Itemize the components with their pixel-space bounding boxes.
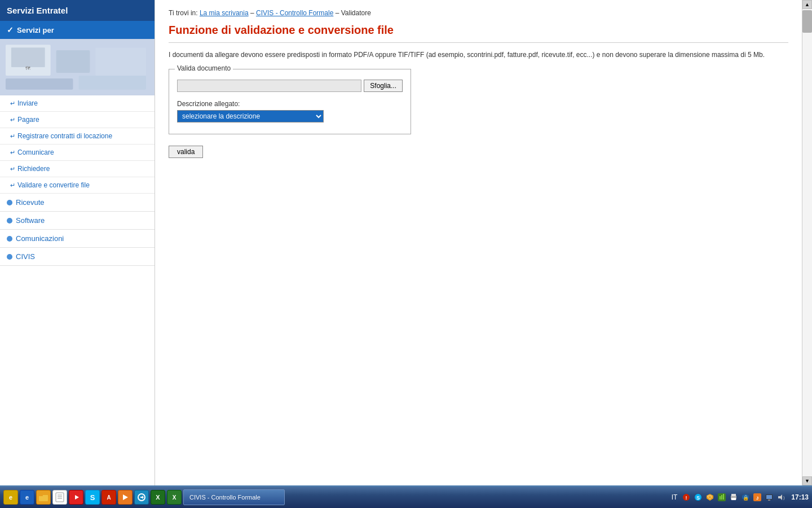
skype-icon[interactable]: S — [85, 490, 100, 505]
breadcrumb: Ti trovi in: La mia scrivania – CIVIS - … — [169, 9, 788, 17]
scrollbar-down-arrow[interactable]: ▼ — [802, 476, 812, 485]
tray-java-icon[interactable]: J — [752, 492, 762, 502]
dot-icon-software — [7, 218, 12, 224]
ie-browser-icon[interactable]: e — [20, 490, 34, 505]
svg-text:🗺: 🗺 — [25, 65, 30, 71]
orange-app-icon[interactable] — [118, 490, 133, 505]
scrollbar-up-arrow[interactable]: ▲ — [802, 0, 812, 9]
tray-volume-icon[interactable]: ) — [776, 492, 786, 502]
svg-rect-46 — [731, 498, 736, 500]
folder-icon[interactable] — [36, 490, 51, 505]
title-divider — [169, 42, 788, 43]
sidebar-item-civis[interactable]: CIVIS — [0, 248, 155, 266]
taskbar-lang: IT — [672, 493, 678, 501]
blue-arrow-icon[interactable] — [134, 490, 149, 505]
svg-text:S: S — [696, 495, 700, 501]
breadcrumb-link-civis[interactable]: CIVIS - Controllo Formale — [256, 9, 333, 17]
tray-shield-icon[interactable]: 🛡 — [705, 492, 715, 502]
valida-box-legend: Valida documento — [175, 64, 233, 72]
sidebar-item-inviare[interactable]: ↵ Inviare — [0, 95, 155, 112]
sidebar: Servizi Entratel ✓ Servizi per 🗺 ↵ — [0, 0, 155, 485]
svg-rect-45 — [731, 494, 736, 496]
sidebar-header: Servizi Entratel — [0, 0, 155, 21]
svg-text:e: e — [9, 494, 12, 501]
breadcrumb-link-scrivania[interactable]: La mia scrivania — [200, 9, 249, 17]
breadcrumb-prefix: Ti trovi in: — [169, 9, 198, 17]
tray-network-icon[interactable] — [717, 492, 727, 502]
sidebar-item-comunicare[interactable]: ↵ Comunicare — [0, 144, 155, 161]
taskbar-time: 17:13 — [791, 493, 809, 501]
dot-icon-civis — [7, 254, 12, 260]
sfoglia-button[interactable]: Sfoglia... — [364, 80, 403, 92]
svg-rect-43 — [723, 494, 724, 500]
svg-marker-54 — [778, 494, 782, 500]
taskbar-tray: IT ! S 🛡 🔒 J ) — [672, 492, 787, 502]
tray-security-icon[interactable]: 🔒 — [740, 492, 751, 502]
sidebar-item-comunicazioni-label: Comunicazioni — [16, 234, 64, 243]
tray-print-icon[interactable] — [729, 492, 739, 502]
svg-text:🔒: 🔒 — [743, 494, 749, 501]
yellow-ie-icon[interactable]: e — [3, 490, 18, 505]
descrizione-label: Descrizione allegato: — [177, 100, 403, 108]
excel2-icon[interactable]: X — [167, 490, 182, 505]
valida-submit-button[interactable]: valida — [169, 146, 203, 158]
sidebar-item-pagare-label: Pagare — [17, 116, 39, 124]
descrizione-select[interactable]: selezionare la descrizione Scontrino Fat… — [177, 110, 324, 122]
svg-text:X: X — [173, 494, 176, 501]
servizi-per-label: Servizi per — [17, 26, 54, 34]
sidebar-item-civis-label: CIVIS — [16, 252, 35, 261]
tray-skype-tray-icon[interactable]: S — [693, 492, 703, 502]
sidebar-servizi-per[interactable]: ✓ Servizi per — [0, 21, 155, 39]
active-window-button[interactable]: CIVIS - Controllo Formale — [183, 489, 285, 505]
svg-text:e: e — [25, 494, 29, 501]
scrollbar: ▲ ▼ — [802, 0, 812, 485]
sidebar-item-software-label: Software — [16, 216, 45, 225]
arrow-icon-validare: ↵ — [10, 182, 15, 189]
sidebar-item-registrare-label: Registrare contratti di locazione — [17, 132, 112, 140]
sidebar-item-comunicare-label: Comunicare — [17, 148, 54, 156]
svg-text:🛡: 🛡 — [708, 495, 712, 500]
breadcrumb-current: Validatore — [341, 9, 371, 17]
svg-text:A: A — [107, 494, 111, 501]
svg-text:): ) — [783, 495, 785, 500]
arrow-icon-pagare: ↵ — [10, 116, 15, 124]
file-input-row: Sfoglia... — [177, 80, 403, 92]
file-input[interactable] — [177, 80, 361, 92]
sidebar-item-registrare[interactable]: ↵ Registrare contratti di locazione — [0, 128, 155, 144]
excel-icon[interactable]: X — [151, 490, 165, 505]
svg-rect-42 — [721, 495, 722, 500]
svg-text:S: S — [90, 493, 95, 502]
check-icon: ✓ — [7, 25, 14, 34]
sidebar-item-comunicazioni[interactable]: Comunicazioni — [0, 230, 155, 248]
notepad-icon[interactable] — [52, 490, 67, 505]
arrow-icon-registrare: ↵ — [10, 133, 15, 140]
sidebar-item-richiedere[interactable]: ↵ Richiedere — [0, 161, 155, 177]
tray-display-icon[interactable] — [764, 492, 774, 502]
arrow-icon-comunicare: ↵ — [10, 149, 15, 156]
main-content: Ti trovi in: La mia scrivania – CIVIS - … — [155, 0, 802, 485]
pdf-icon[interactable]: A — [102, 490, 116, 505]
description-text: I documenti da allegare devono essere pr… — [169, 50, 788, 60]
dot-icon-ricevute — [7, 200, 12, 205]
media-player-icon[interactable] — [69, 490, 83, 505]
sidebar-header-title: Servizi Entratel — [7, 6, 68, 15]
tray-antivirus-icon[interactable]: ! — [681, 492, 691, 502]
sidebar-item-validare[interactable]: ↵ Validare e convertire file — [0, 177, 155, 194]
svg-rect-5 — [78, 76, 146, 90]
arrow-icon-richiedere: ↵ — [10, 165, 15, 173]
sidebar-item-validare-label: Validare e convertire file — [17, 181, 90, 189]
page-title: Funzione di validazione e conversione fi… — [169, 24, 788, 37]
svg-rect-13 — [39, 494, 43, 496]
svg-rect-14 — [56, 493, 64, 502]
sidebar-image: 🗺 — [0, 39, 155, 95]
svg-rect-2 — [56, 50, 90, 73]
valida-box: Valida documento Sfoglia... Descrizione … — [169, 69, 411, 134]
sidebar-item-software[interactable]: Software — [0, 212, 155, 230]
sidebar-map-image: 🗺 — [0, 39, 155, 95]
scrollbar-thumb[interactable] — [802, 10, 812, 33]
sidebar-item-inviare-label: Inviare — [17, 99, 38, 107]
sidebar-item-pagare[interactable]: ↵ Pagare — [0, 112, 155, 128]
sidebar-item-ricevute[interactable]: Ricevute — [0, 194, 155, 212]
valida-submit-row: valida — [169, 146, 788, 158]
svg-rect-41 — [720, 496, 721, 500]
